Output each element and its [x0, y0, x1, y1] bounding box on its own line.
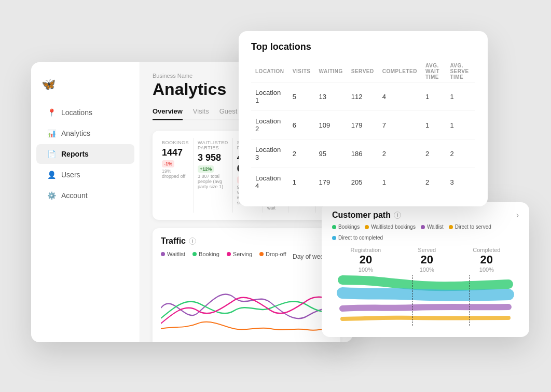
locations-table-cell: 2 [288, 139, 315, 168]
locations-table-cell: 6 [288, 111, 315, 139]
locations-table-cell: 1 [421, 82, 446, 111]
nav-icon: 📊 [47, 129, 56, 138]
stat-label: WAITLISTED PARTIES [198, 140, 228, 150]
locations-table-cell: Location 3 [251, 139, 288, 168]
locations-table-cell: 2 [421, 168, 446, 197]
locations-table-cell: 1 [288, 168, 315, 197]
cp-legend-item: Direct to served [449, 224, 491, 230]
top-locations-panel: Top locations LOCATIONVISITSWAITINGSERVE… [239, 31, 488, 206]
sidebar: 🦋 📍Locations📊Analytics📄Reports👤Users⚙️Ac… [31, 62, 140, 342]
traffic-chart-panel: Traffic i › WaitlistBookingServingDrop-o… [153, 228, 340, 342]
cp-legend-item: Bookings [332, 224, 360, 230]
sidebar-logo: 🦋 [31, 73, 140, 102]
locations-table-cell: 1 [421, 111, 446, 139]
stat-value-row: 3 958 +12% [198, 152, 228, 173]
sidebar-nav: 📍Locations📊Analytics📄Reports👤Users⚙️Acco… [31, 103, 140, 205]
tab-visits[interactable]: Visits [193, 107, 209, 120]
sidebar-nav-item-locations[interactable]: 📍Locations [36, 103, 134, 122]
cp-title: Customer path i [332, 211, 401, 220]
locations-table-cell: 205 [347, 168, 378, 197]
locations-table-cell: 1 [446, 82, 475, 111]
cp-info-icon[interactable]: i [394, 212, 401, 219]
legend-item: Waitlist [161, 251, 185, 257]
stat-sub: 3 807 total people (avg party size 1) [198, 174, 228, 189]
stat-value: 3 958 [198, 152, 221, 163]
tab-overview[interactable]: Overview [153, 107, 183, 120]
locations-table: LOCATIONVISITSWAITINGSERVEDCOMPLETEDAVG.… [251, 61, 475, 196]
cp-stage: Registration 20 100% [351, 247, 381, 273]
stat-badge: -1% [162, 160, 174, 167]
cp-expand-icon[interactable]: › [516, 211, 519, 220]
locations-table-cell: 109 [315, 111, 347, 139]
locations-col-header: LOCATION [251, 61, 288, 82]
cp-legend-item: Direct to completed [332, 235, 383, 241]
chart-legend: WaitlistBookingServingDrop-off [161, 251, 286, 257]
cp-sankey [332, 275, 519, 327]
locations-col-header: VISITS [288, 61, 315, 82]
locations-col-header: SERVED [347, 61, 378, 82]
locations-table-cell: 2 [378, 139, 421, 168]
locations-table-cell: 112 [347, 82, 378, 111]
stat-value-row: 1447 -1% [162, 147, 189, 167]
chart-title: Traffic i [161, 236, 196, 246]
locations-col-header: WAITING [315, 61, 347, 82]
nav-icon: ⚙️ [47, 191, 56, 200]
legend-item: Serving [227, 251, 252, 257]
stat-label: BOOKINGS [162, 140, 189, 145]
cp-legend: BookingsWaitlisted bookingsWaitlistDirec… [332, 224, 519, 241]
locations-table-cell: 1 [446, 111, 475, 139]
locations-table-cell: Location 2 [251, 111, 288, 139]
locations-table-cell: 95 [315, 139, 347, 168]
locations-table-cell: 13 [315, 82, 347, 111]
locations-table-cell: 7 [378, 111, 421, 139]
nav-icon: 📍 [47, 108, 56, 117]
chart-header: Traffic i › [161, 236, 332, 246]
legend-item: Drop-off [259, 251, 286, 257]
locations-table-cell: 4 [378, 82, 421, 111]
locations-table-row: Location 41179205123 [251, 168, 475, 197]
top-locations-title: Top locations [251, 41, 475, 52]
stat-value: 1447 [162, 147, 183, 158]
nav-icon: 👤 [47, 170, 56, 179]
customer-path-panel: Customer path i › BookingsWaitlisted boo… [322, 202, 529, 337]
legend-item: Booking [192, 251, 219, 257]
sidebar-nav-item-account[interactable]: ⚙️Account [36, 186, 134, 205]
cp-stages: Registration 20 100% Served 20 100% Comp… [332, 247, 519, 273]
locations-table-cell: 5 [288, 82, 315, 111]
locations-table-cell: 1 [378, 168, 421, 197]
locations-table-cell: Location 1 [251, 82, 288, 111]
locations-col-header: COMPLETED [378, 61, 421, 82]
stat-item: BOOKINGS 1447 -1% 19% dropped off [158, 138, 194, 213]
locations-table-cell: 179 [347, 111, 378, 139]
sidebar-nav-item-users[interactable]: 👤Users [36, 165, 134, 185]
cp-legend-item: Waitlist [421, 224, 444, 230]
cp-header: Customer path i › [332, 211, 519, 220]
traffic-svg [161, 267, 332, 339]
nav-icon: 📄 [47, 149, 56, 159]
stat-sub: 19% dropped off [162, 169, 189, 179]
cp-stage: Served 20 100% [418, 247, 436, 273]
locations-table-row: Location 26109179711 [251, 111, 475, 139]
cp-stage: Completed 20 100% [473, 247, 500, 273]
sidebar-nav-item-reports[interactable]: 📄Reports [36, 144, 134, 164]
locations-col-header: AVG. WAIT TIME [421, 61, 446, 82]
stat-badge: +12% [198, 165, 214, 173]
sidebar-nav-item-analytics[interactable]: 📊Analytics [36, 123, 134, 143]
traffic-info-icon[interactable]: i [189, 237, 196, 245]
locations-col-header: AVG. SERVE TIME [446, 61, 475, 82]
stat-item: WAITLISTED PARTIES 3 958 +12% 3 807 tota… [194, 138, 233, 213]
locations-table-cell: 2 [446, 139, 475, 168]
locations-table-cell: 186 [347, 139, 378, 168]
locations-table-cell: Location 4 [251, 168, 288, 197]
locations-table-row: Location 3295186222 [251, 139, 475, 168]
locations-table-cell: 3 [446, 168, 475, 197]
locations-table-row: Location 1513112411 [251, 82, 475, 111]
cp-legend-item: Waitlisted bookings [365, 224, 416, 230]
locations-table-cell: 2 [421, 139, 446, 168]
locations-table-cell: 179 [315, 168, 347, 197]
